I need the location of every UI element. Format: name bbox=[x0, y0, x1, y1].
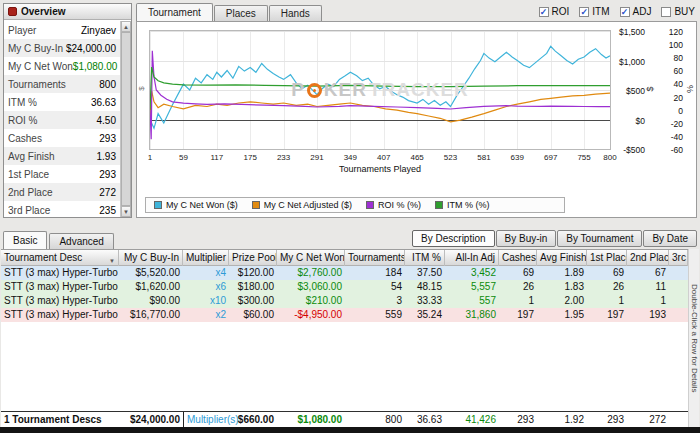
column-header-tournaments[interactable]: Tournaments bbox=[345, 250, 405, 266]
table-cell: $120.00 bbox=[229, 266, 277, 280]
column-header-all-in-adj[interactable]: All-In Adj bbox=[445, 250, 499, 266]
x-tick-label: 755 bbox=[577, 153, 590, 162]
overview-scrollbar[interactable]: ▲ ▼ bbox=[120, 21, 131, 217]
overview-row-label: Cashes bbox=[8, 133, 42, 144]
x-tick-label: 175 bbox=[243, 153, 256, 162]
column-header-my-c-net-won[interactable]: My C Net Won bbox=[277, 250, 345, 266]
table-cell: 33.33 bbox=[405, 294, 445, 308]
summary-cell: 800 bbox=[345, 412, 405, 427]
table-cell: $1,620.00 bbox=[119, 280, 183, 294]
table-cell: 35.24 bbox=[405, 308, 445, 322]
button-by-buy-in[interactable]: By Buy-in bbox=[496, 230, 557, 247]
overview-row-label: Player bbox=[8, 25, 36, 36]
table-cell: x6 bbox=[183, 280, 229, 294]
column-header-cashes[interactable]: Cashes bbox=[499, 250, 537, 266]
column-header-tournament-desc[interactable]: Tournament Desc▼ bbox=[1, 250, 119, 266]
table-cell: 1 bbox=[499, 294, 537, 308]
percent-tick-label: 60 bbox=[674, 66, 683, 76]
overview-row[interactable]: Cashes293 bbox=[4, 129, 120, 147]
dollar-tick-label: $0 bbox=[636, 116, 645, 126]
legend-item: My C Net Adjusted ($) bbox=[252, 200, 352, 210]
tab-places[interactable]: Places bbox=[214, 5, 268, 21]
overview-row[interactable]: ROI %4.50 bbox=[4, 111, 120, 129]
overview-row[interactable]: 3rd Place235 bbox=[4, 201, 120, 217]
table-row[interactable]: STT (3 max) Hyper-Turbo$1,620.00x6$180.0… bbox=[1, 280, 688, 294]
checkbox-itm[interactable]: ✓ bbox=[579, 7, 589, 17]
overview-row-value: 235 bbox=[99, 205, 116, 216]
chart-tab-bar: TournamentPlacesHands bbox=[136, 3, 323, 21]
table-cell: x4 bbox=[183, 266, 229, 280]
overview-row[interactable]: Avg Finish1.93 bbox=[4, 147, 120, 165]
x-tick-label: 697 bbox=[544, 153, 557, 162]
button-by-tournament[interactable]: By Tournament bbox=[557, 230, 642, 247]
overview-row[interactable]: 2nd Place272 bbox=[4, 183, 120, 201]
toggle-roi[interactable]: ✓ROI bbox=[539, 6, 570, 17]
column-header-prize-pool[interactable]: Prize Pool bbox=[229, 250, 277, 266]
table-cell: x2 bbox=[183, 308, 229, 322]
table-cell: STT (3 max) Hyper-Turbo bbox=[1, 280, 119, 294]
column-header-multiplier[interactable]: Multiplier bbox=[183, 250, 229, 266]
column-header-label: 3rc bbox=[672, 252, 686, 263]
checkbox-adj[interactable]: ✓ bbox=[620, 7, 630, 17]
overview-row[interactable]: PlayerZinyaev bbox=[4, 21, 120, 39]
percent-tick-label: 20 bbox=[674, 93, 683, 103]
summary-cell: 41,426 bbox=[445, 412, 499, 427]
summary-cell: 1.92 bbox=[537, 412, 587, 427]
column-header-1st-place[interactable]: 1st Place bbox=[587, 250, 627, 266]
dollar-tick-label: -$500 bbox=[623, 145, 645, 155]
column-header-label: ITM % bbox=[412, 252, 441, 263]
scroll-down-icon[interactable]: ▼ bbox=[121, 206, 131, 217]
overview-row-value: Zinyaev bbox=[81, 25, 116, 36]
column-header-avg-finish[interactable]: Avg Finish bbox=[537, 250, 587, 266]
checkbox-buy[interactable] bbox=[661, 7, 671, 17]
table-row[interactable]: STT (3 max) Hyper-Turbo$5,520.00x4$120.0… bbox=[1, 266, 688, 280]
table-cell: -$4,950.00 bbox=[277, 308, 345, 322]
x-tick-label: 291 bbox=[310, 153, 323, 162]
button-by-date[interactable]: By Date bbox=[643, 230, 697, 247]
toggle-buy[interactable]: BUY bbox=[661, 6, 695, 17]
column-header-my-c-buy-in[interactable]: My C Buy-In bbox=[119, 250, 183, 266]
overview-row[interactable]: My C Buy-In$24,000.00 bbox=[4, 39, 120, 57]
toggle-adj[interactable]: ✓ADJ bbox=[620, 6, 652, 17]
column-header-2nd-place[interactable]: 2nd Place bbox=[627, 250, 669, 266]
x-axis-label: Tournaments Played bbox=[150, 164, 610, 174]
overview-row-label: My C Buy-In bbox=[8, 43, 63, 54]
table-cell: 197 bbox=[499, 308, 537, 322]
overview-row-label: My C Net Won bbox=[8, 61, 73, 72]
series-line-my-c-net-won bbox=[150, 46, 610, 128]
column-header-itm[interactable]: ITM % bbox=[405, 250, 445, 266]
table-row[interactable]: STT (3 max) Hyper-Turbo$90.00x10$300.00$… bbox=[1, 294, 688, 308]
legend-item: ROI % (%) bbox=[366, 200, 421, 210]
overview-row-value: $1,080.00 bbox=[73, 61, 118, 72]
button-by-description[interactable]: By Description bbox=[412, 230, 494, 247]
overview-row[interactable]: ITM %36.63 bbox=[4, 93, 120, 111]
dollar-tick-label: $500 bbox=[626, 86, 645, 96]
overview-header[interactable]: Overview bbox=[4, 4, 131, 20]
tab-basic[interactable]: Basic bbox=[3, 231, 47, 249]
table-cell: 1.95 bbox=[537, 308, 587, 322]
scrollbar-thumb[interactable] bbox=[121, 32, 131, 206]
legend-item: My C Net Won ($) bbox=[154, 200, 238, 210]
details-hint-strip: Double-Click a Row for Details bbox=[688, 249, 699, 427]
column-header-label: Avg Finish bbox=[540, 252, 587, 263]
chart-canvas bbox=[150, 31, 610, 149]
legend-label: ITM % (%) bbox=[447, 200, 490, 210]
table-cell: 31,860 bbox=[445, 308, 499, 322]
percent-axis-title: % bbox=[685, 85, 695, 93]
tab-hands[interactable]: Hands bbox=[269, 5, 322, 21]
overview-row-label: Tournaments bbox=[8, 79, 66, 90]
table-cell: 26 bbox=[499, 280, 537, 294]
overview-row[interactable]: 1st Place293 bbox=[4, 165, 120, 183]
overview-row-value: 36.63 bbox=[91, 97, 116, 108]
chart-panel: P KER TRACKER 15911717523329134940746552… bbox=[136, 21, 697, 218]
table-row[interactable]: STT (3 max) Hyper-Turbo$16,770.00x2$60.0… bbox=[1, 308, 688, 322]
x-tick-label: 581 bbox=[477, 153, 490, 162]
tab-advanced[interactable]: Advanced bbox=[49, 233, 113, 249]
overview-row[interactable]: My C Net Won$1,080.00 bbox=[4, 57, 120, 75]
checkbox-roi[interactable]: ✓ bbox=[539, 7, 549, 17]
column-header-3rc[interactable]: 3rc bbox=[669, 250, 688, 266]
overview-row[interactable]: Tournaments800 bbox=[4, 75, 120, 93]
tab-tournament[interactable]: Tournament bbox=[136, 3, 213, 21]
scroll-up-icon[interactable]: ▲ bbox=[121, 21, 131, 32]
toggle-itm[interactable]: ✓ITM bbox=[579, 6, 609, 17]
